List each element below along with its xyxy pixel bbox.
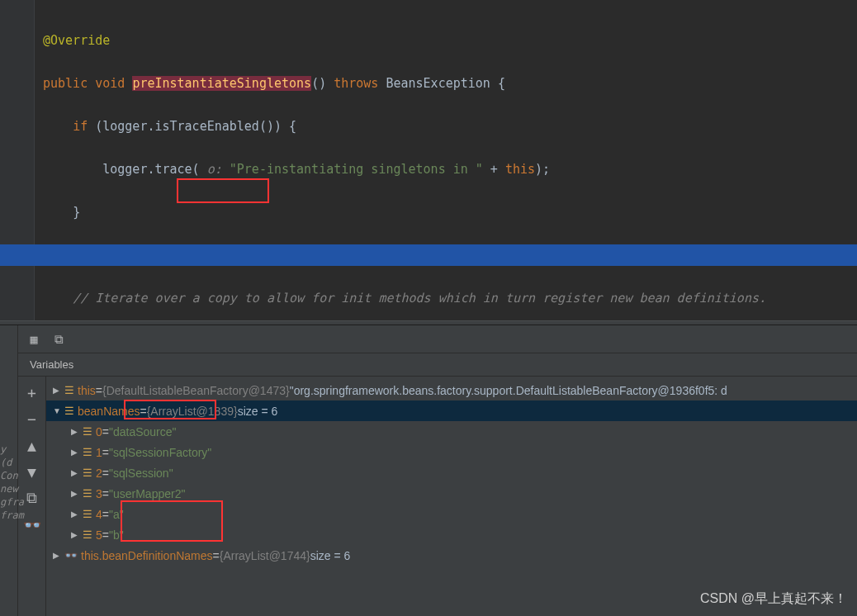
kw-this: this: [505, 162, 535, 177]
truncated-text: gfra: [0, 495, 21, 509]
var-size: size = 6: [238, 405, 278, 418]
code-text: (logger.isTraceEnabled()) {: [95, 119, 296, 134]
down-button[interactable]: ▼: [21, 461, 43, 482]
editor-pane: @Override public void preInstantiateSing…: [0, 0, 857, 320]
method-name: preInstantiateSingletons: [132, 76, 311, 91]
param-hint: o:: [200, 162, 230, 177]
list-item[interactable]: ▶☰0 = "dataSource": [46, 421, 857, 442]
annotation-box-ab-items: [121, 500, 223, 542]
code-text: logger.trace(: [102, 162, 199, 177]
table-icon[interactable]: ▦: [26, 332, 41, 347]
var-index: 4: [96, 508, 102, 521]
chevron-down-icon[interactable]: ▼: [53, 406, 64, 415]
add-watch-button[interactable]: +: [21, 381, 43, 403]
var-type: {DefaultListableBeanFactory@1473}: [102, 384, 290, 397]
link-icon: 👓: [64, 549, 78, 562]
var-index: 3: [96, 487, 102, 500]
var-index: 0: [96, 425, 102, 438]
var-index: 2: [96, 467, 102, 480]
comment: // Iterate over a copy to allow for init…: [73, 291, 766, 306]
annotation-box-beannames-var: [124, 400, 216, 419]
var-value: "sqlSessionFactory": [109, 446, 211, 459]
var-value: "sqlSession": [109, 467, 173, 480]
kw-void: void: [95, 76, 132, 91]
equals: =: [213, 549, 220, 562]
truncated-text: new: [0, 482, 21, 495]
up-button[interactable]: ▲: [21, 434, 43, 456]
var-name: this: [78, 384, 96, 397]
code-text: +: [483, 162, 505, 177]
var-size: size = 6: [310, 549, 351, 562]
truncated-stacktrace: y (d Con new gfra fram: [0, 443, 21, 522]
threads-icon[interactable]: ⧉: [51, 332, 66, 347]
variables-header: Variables: [18, 353, 857, 377]
chevron-right-icon[interactable]: ▶: [71, 489, 83, 498]
var-value: "userMapper2": [109, 487, 185, 500]
watermark: CSDN @早上真起不来！: [700, 590, 847, 608]
chevron-right-icon[interactable]: ▶: [71, 448, 83, 457]
remove-button[interactable]: −: [21, 408, 43, 429]
variables-tree[interactable]: ▶ ☰ this = {DefaultListableBeanFactory@1…: [46, 377, 857, 616]
truncated-text: Con: [0, 469, 21, 482]
code-text: BeansException {: [386, 76, 505, 91]
code-text: );: [535, 162, 550, 177]
field-icon: ☰: [83, 528, 92, 541]
kw-throws: throws: [334, 76, 386, 91]
field-icon: ☰: [83, 487, 92, 500]
var-this[interactable]: ▶ ☰ this = {DefaultListableBeanFactory@1…: [46, 380, 857, 400]
var-index: 1: [96, 446, 102, 459]
kw-public: public: [43, 76, 95, 91]
field-icon: ☰: [83, 508, 92, 520]
field-icon: ☰: [83, 446, 92, 458]
var-value: "org.springframework.beans.factory.suppo…: [290, 384, 727, 397]
annotation-box-beannames-code: [177, 178, 269, 203]
chevron-right-icon[interactable]: ▶: [71, 427, 83, 436]
field-icon: ☰: [64, 384, 74, 396]
glasses-icon[interactable]: 👓: [21, 514, 43, 535]
list-item[interactable]: ▶☰1 = "sqlSessionFactory": [46, 442, 857, 462]
annotation: @Override: [43, 33, 110, 48]
field-icon: ☰: [83, 467, 92, 479]
equals: =: [96, 384, 102, 397]
code-area[interactable]: @Override public void preInstantiateSing…: [0, 0, 857, 320]
field-icon: ☰: [83, 425, 92, 438]
var-beandefnames[interactable]: ▶ 👓 this.beanDefinitionNames = {ArrayLis…: [46, 545, 857, 566]
list-item[interactable]: ▶☰2 = "sqlSession": [46, 462, 857, 483]
debug-toolbar: ▦ ⧉: [18, 325, 857, 353]
var-value: "dataSource": [109, 425, 177, 438]
chevron-right-icon[interactable]: ▶: [53, 386, 64, 395]
debug-pane: ▦ ⧉ Variables + − ▲ ▼ ⧉ 👓 ▶ ☰ this = {De…: [0, 325, 857, 616]
kw-if: if: [73, 119, 95, 134]
brace: }: [73, 205, 80, 220]
code-text: (): [311, 76, 334, 91]
chevron-right-icon[interactable]: ▶: [71, 468, 83, 477]
chevron-right-icon[interactable]: ▶: [53, 551, 64, 560]
copy-icon[interactable]: ⧉: [21, 487, 43, 509]
truncated-text: y (d: [0, 443, 21, 469]
truncated-text: fram: [0, 509, 21, 522]
var-type: {ArrayList@1744}: [220, 549, 310, 562]
chevron-right-icon[interactable]: ▶: [71, 530, 83, 539]
debug-main: ▦ ⧉ Variables + − ▲ ▼ ⧉ 👓 ▶ ☰ this = {De…: [18, 325, 857, 616]
field-icon: ☰: [64, 405, 74, 417]
debug-body: + − ▲ ▼ ⧉ 👓 ▶ ☰ this = {DefaultListableB…: [18, 377, 857, 616]
var-name: this.beanDefinitionNames: [81, 549, 213, 562]
chevron-right-icon[interactable]: ▶: [71, 509, 83, 519]
string-literal: "Pre-instantiating singletons in ": [230, 162, 483, 177]
var-index: 5: [96, 528, 102, 542]
